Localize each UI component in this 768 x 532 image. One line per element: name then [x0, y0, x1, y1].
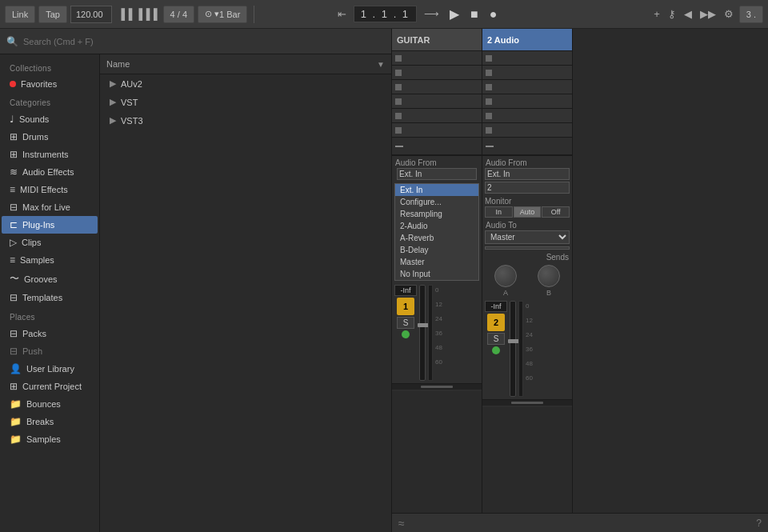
list-item[interactable]: ▶ VST3	[100, 111, 391, 130]
dropdown-2-audio[interactable]: 2-Audio	[395, 220, 478, 232]
audio2-audio-from-select[interactable]: Ext. In	[485, 168, 570, 180]
monitor-auto-btn[interactable]: Auto	[514, 206, 542, 218]
clip-slot[interactable]	[392, 109, 482, 123]
audio2-solo-btn[interactable]: S	[487, 333, 505, 345]
sidebar-item-user-library[interactable]: 👤 User Library	[2, 360, 98, 378]
clip-slot[interactable]	[482, 80, 572, 94]
record-button[interactable]: ●	[486, 7, 501, 22]
sidebar-item-packs[interactable]: ⊟ Packs	[2, 325, 98, 342]
sidebar-item-push[interactable]: ⊟ Push	[2, 342, 98, 360]
dropdown-configure[interactable]: Configure...	[395, 196, 478, 208]
sidebar-item-clips[interactable]: ▷ Clips	[2, 234, 98, 251]
audio2-audio-from-select2[interactable]: 2	[485, 182, 570, 194]
search-input[interactable]	[23, 37, 385, 46]
list-item[interactable]: ▶ AUv2	[100, 74, 391, 93]
guitar-audio-from-select[interactable]: Ext. In	[397, 168, 477, 180]
sidebar-item-sounds[interactable]: ♩ Sounds	[2, 110, 98, 128]
link-button[interactable]: Link	[5, 6, 35, 23]
time-display: 1 . 1 . 1	[354, 6, 417, 22]
back-icon[interactable]: ◀	[682, 8, 694, 20]
dropdown-master[interactable]: Master	[395, 256, 478, 268]
dropdown-no-input[interactable]: No Input	[395, 268, 478, 280]
audio2-fader[interactable]	[510, 301, 516, 397]
sidebar-item-current-project[interactable]: ⊞ Current Project	[2, 378, 98, 395]
wavy-icon[interactable]: ≈	[398, 517, 405, 530]
vst3-label: VST3	[121, 116, 143, 126]
audio2-vol-display: -Inf	[485, 301, 507, 312]
stop-indicator	[395, 146, 403, 147]
search-bar: 🔍	[0, 29, 391, 54]
audio2-mixer: Audio From Ext. In 2 Monitor In Auto Off	[482, 155, 572, 407]
clip-slot[interactable]	[392, 80, 482, 94]
groove-display[interactable]: ⊙ ▾ 1 Bar	[198, 6, 247, 23]
sidebar-item-templates[interactable]: ⊟ Templates	[2, 289, 98, 306]
key-icon[interactable]: ⚷	[666, 8, 678, 20]
tap-button[interactable]: Tap	[38, 6, 67, 23]
time-sig-display[interactable]: 4 / 4	[163, 6, 194, 23]
audio2-audio-to-select[interactable]: Master	[485, 230, 570, 244]
clip-slot[interactable]	[392, 123, 482, 138]
drums-icon: ⊞	[10, 131, 18, 142]
sidebar-item-instruments[interactable]: ⊞ Instruments	[2, 146, 98, 163]
guitar-bottom-bar	[392, 383, 482, 390]
sidebar-item-plug-ins[interactable]: ⊏ Plug-Ins	[2, 216, 98, 234]
audio2-track-num[interactable]: 2	[487, 314, 505, 331]
send-b-knob[interactable]	[538, 265, 560, 287]
stop-slot[interactable]	[482, 138, 572, 155]
clip-indicator	[486, 113, 492, 119]
play-button[interactable]: ▶	[446, 6, 462, 22]
guitar-solo-btn[interactable]: S	[397, 317, 414, 329]
clip-indicator	[395, 55, 402, 62]
clip-slot[interactable]	[482, 109, 572, 123]
dropdown-resampling[interactable]: Resampling	[395, 208, 478, 220]
guitar-fader[interactable]	[419, 285, 426, 381]
sidebar-item-bounces[interactable]: 📁 Bounces	[2, 395, 98, 413]
sidebar-item-drums[interactable]: ⊞ Drums	[2, 128, 98, 146]
sort-icon[interactable]: ▼	[377, 60, 385, 69]
bounces-label: Bounces	[26, 399, 61, 409]
stop-button[interactable]: ■	[467, 7, 482, 22]
push-icon: ⊟	[10, 346, 18, 357]
monitor-in-btn[interactable]: In	[485, 206, 513, 218]
clip-slot[interactable]	[482, 94, 572, 109]
sidebar-item-grooves[interactable]: 〜 Grooves	[2, 269, 98, 289]
midi-icon[interactable]: ⟶	[422, 8, 442, 20]
audio2-mute-dot[interactable]	[492, 346, 500, 354]
send-a-knob[interactable]	[494, 265, 517, 287]
breaks-label: Breaks	[26, 417, 54, 426]
forward-icon[interactable]: ▶▶	[698, 8, 718, 20]
clip-slot[interactable]	[482, 123, 572, 138]
clip-slot[interactable]	[482, 66, 572, 80]
guitar-track-num[interactable]: 1	[397, 298, 414, 315]
stop-slot[interactable]	[392, 138, 482, 155]
clip-slot[interactable]	[392, 51, 482, 66]
places-label: Places	[0, 306, 99, 325]
clip-slot[interactable]	[392, 66, 482, 80]
sidebar-item-max-for-live[interactable]: ⊟ Max for Live	[2, 198, 98, 216]
monitor-off-btn[interactable]: Off	[542, 206, 570, 218]
packs-icon: ⊟	[10, 328, 18, 339]
guitar-scroll-thumb	[421, 386, 453, 388]
settings-icon[interactable]: ⚙	[722, 8, 736, 20]
user-library-label: User Library	[26, 364, 74, 374]
sidebar-item-breaks[interactable]: 📁 Breaks	[2, 413, 98, 430]
help-icon[interactable]: ?	[756, 518, 762, 529]
goto-start-icon[interactable]: ⇤	[335, 8, 349, 20]
guitar-fader-thumb	[418, 323, 429, 327]
sidebar-item-samples[interactable]: ≡ Samples	[2, 251, 98, 269]
tempo-input[interactable]	[70, 6, 112, 23]
sidebar-item-midi-effects[interactable]: ≡ MIDI Effects	[2, 181, 98, 198]
dropdown-b-delay[interactable]: B-Delay	[395, 244, 478, 256]
sidebar-item-audio-effects[interactable]: ≋ Audio Effects	[2, 163, 98, 181]
guitar-mute-dot[interactable]	[402, 330, 410, 338]
right-panel: GUITAR Audio From	[392, 29, 768, 532]
sidebar-item-samples-place[interactable]: 📁 Samples	[2, 430, 98, 448]
add-icon[interactable]: +	[651, 8, 662, 20]
dropdown-ext-in[interactable]: Ext. In	[395, 184, 478, 196]
clip-slot[interactable]	[392, 94, 482, 109]
dropdown-a-reverb[interactable]: A-Reverb	[395, 232, 478, 244]
sidebar-item-favorites[interactable]: Favorites	[2, 76, 98, 92]
list-item[interactable]: ▶ VST	[100, 93, 391, 111]
favorites-label: Favorites	[21, 79, 57, 89]
clip-slot[interactable]	[482, 51, 572, 66]
